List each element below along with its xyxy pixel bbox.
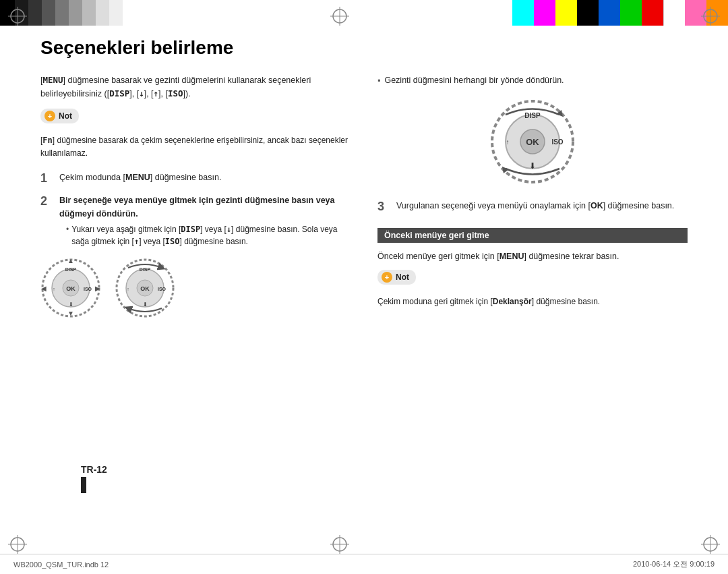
page-number-area: TR-12 bbox=[81, 464, 107, 493]
svg-text:OK: OK bbox=[66, 285, 75, 292]
large-dial: DISP ⬇ ↑ ISO OK bbox=[489, 98, 576, 185]
section-text: Önceki menüye geri gitmek için [MENU] dü… bbox=[377, 250, 688, 263]
svg-text:▶: ▶ bbox=[95, 285, 100, 292]
swatch-green bbox=[620, 0, 642, 26]
svg-text:▼: ▼ bbox=[67, 310, 74, 317]
svg-text:DISP: DISP bbox=[524, 112, 541, 119]
top-color-bar bbox=[0, 0, 728, 26]
grayscale-swatches bbox=[0, 0, 229, 26]
svg-text:ISO: ISO bbox=[84, 287, 92, 291]
step-2-subitems: • Yukarı veya aşağı gitmek için [DISP] v… bbox=[59, 223, 351, 248]
swatch-white2 bbox=[663, 0, 685, 26]
note-icon-2: + bbox=[382, 272, 392, 283]
note-badge-2: + Not bbox=[377, 270, 416, 285]
svg-text:ISO: ISO bbox=[158, 287, 166, 291]
swatch-white bbox=[109, 0, 123, 26]
reg-mark-top-right bbox=[701, 7, 720, 26]
section-header: Önceki menüye geri gitme bbox=[377, 228, 688, 243]
note-icon-1: + bbox=[44, 111, 55, 121]
note-label-1: Not bbox=[59, 111, 72, 121]
step-1: 1 Çekim modunda [MENU] düğmesine basın. bbox=[40, 171, 351, 186]
swatch-light2 bbox=[96, 0, 109, 26]
page-number-bar bbox=[81, 477, 86, 493]
step-3-number: 3 bbox=[377, 199, 390, 214]
note-box-1: + Not bbox=[40, 109, 351, 129]
intro-text: [MENU] düğmesine basarak ve gezinti düğm… bbox=[40, 74, 351, 101]
page-content: Seçenekleri belirleme [MENU] düğmesine b… bbox=[40, 37, 688, 534]
note-label-2: Not bbox=[396, 272, 409, 282]
step-2-number: 2 bbox=[40, 194, 53, 250]
swatch-dark2 bbox=[28, 0, 42, 26]
bottom-bar: WB2000_QSM_TUR.indb 12 2010-06-14 오전 9:0… bbox=[0, 554, 728, 574]
step-2: 2 Bir seçeneğe veya menüye gitmek için g… bbox=[40, 194, 351, 250]
page-number: TR-12 bbox=[81, 464, 107, 475]
svg-text:↑: ↑ bbox=[53, 287, 55, 291]
step-1-content: Çekim modunda [MENU] düğmesine basın. bbox=[59, 171, 221, 186]
svg-text:ISO: ISO bbox=[551, 138, 563, 146]
dials-row: ▲ ▼ ◀ ▶ DISP ⬇ ↑ ISO OK bbox=[40, 258, 351, 318]
step-2-content: Bir seçeneğe veya menüye gitmek için gez… bbox=[59, 194, 351, 250]
dial-1: ▲ ▼ ◀ ▶ DISP ⬇ ↑ ISO OK bbox=[40, 258, 101, 318]
swatch-magenta bbox=[534, 0, 555, 26]
swatch-gray2 bbox=[55, 0, 69, 26]
swatch-yellow bbox=[555, 0, 577, 26]
page-title: Seçenekleri belirleme bbox=[40, 37, 688, 59]
svg-text:DISP: DISP bbox=[65, 267, 77, 272]
right-bullet: ▪ Gezinti düğmesini herhangi bir yönde d… bbox=[377, 74, 688, 87]
step-3: 3 Vurgulanan seçeneği veya menüyü onayla… bbox=[377, 199, 688, 214]
svg-text:OK: OK bbox=[140, 285, 150, 292]
svg-text:◀: ◀ bbox=[41, 285, 47, 292]
color-swatches bbox=[479, 0, 728, 26]
step-2-sub-1: • Yukarı veya aşağı gitmek için [DISP] v… bbox=[66, 223, 351, 248]
footer-left: WB2000_QSM_TUR.indb 12 bbox=[13, 561, 247, 569]
svg-text:↑: ↑ bbox=[506, 138, 510, 146]
reg-mark-bottom-left bbox=[8, 535, 27, 554]
step-1-number: 1 bbox=[40, 171, 53, 186]
right-bullet-text: Gezinti düğmesini herhangi bir yönde dön… bbox=[384, 74, 564, 87]
swatch-blue bbox=[599, 0, 620, 26]
svg-text:⬇: ⬇ bbox=[143, 302, 148, 308]
reg-mark-top-left bbox=[8, 7, 27, 26]
swatch-light1 bbox=[82, 0, 96, 26]
svg-text:DISP: DISP bbox=[140, 267, 151, 272]
swatch-cyan bbox=[512, 0, 534, 26]
svg-text:OK: OK bbox=[526, 137, 539, 147]
footer-right: 2010-06-14 오전 9:00:19 bbox=[481, 559, 715, 569]
two-column-layout: [MENU] düğmesine basarak ve gezinti düğm… bbox=[40, 74, 688, 320]
note-desc-1: [Fn] düğmesine basarak da çekim seçenekl… bbox=[40, 134, 351, 160]
swatch-gray1 bbox=[42, 0, 55, 26]
reg-mark-bottom-center bbox=[330, 535, 349, 554]
svg-text:⬇: ⬇ bbox=[529, 161, 536, 171]
left-column: [MENU] düğmesine basarak ve gezinti düğm… bbox=[40, 74, 351, 320]
svg-text:⬇: ⬇ bbox=[69, 302, 73, 308]
note-desc-2: Çekim moduna geri gitmek için [Deklanşör… bbox=[377, 295, 688, 308]
step-3-content: Vurgulanan seçeneği veya menüyü onaylama… bbox=[396, 199, 674, 214]
swatch-key-black bbox=[577, 0, 599, 26]
swatch-gray3 bbox=[69, 0, 82, 26]
dial-2: DISP ⬇ ↑ ISO OK bbox=[115, 258, 175, 318]
right-column: ▪ Gezinti düğmesini herhangi bir yönde d… bbox=[377, 74, 688, 320]
note-box-2: + Not bbox=[377, 270, 688, 290]
svg-text:↑: ↑ bbox=[127, 287, 129, 291]
reg-mark-bottom-right bbox=[701, 535, 720, 554]
top-bar-gap bbox=[229, 0, 479, 26]
svg-text:▲: ▲ bbox=[67, 258, 74, 264]
reg-mark-top-center bbox=[330, 7, 349, 26]
swatch-red bbox=[642, 0, 663, 26]
note-badge-1: + Not bbox=[40, 109, 79, 123]
